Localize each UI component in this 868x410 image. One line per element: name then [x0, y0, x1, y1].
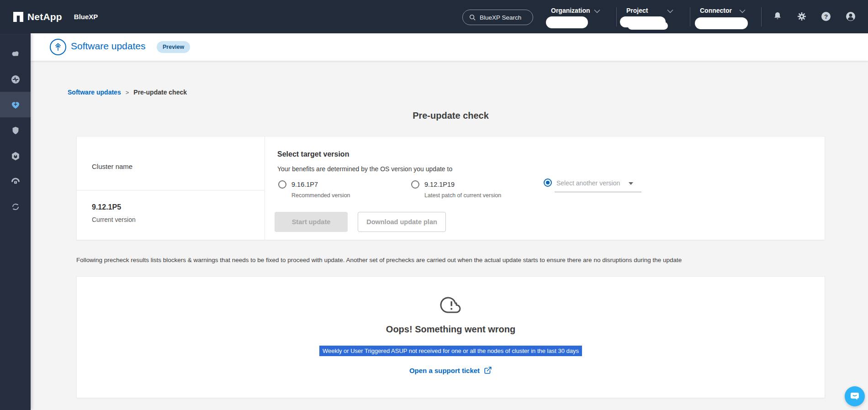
wrench-nut-icon	[10, 151, 21, 162]
bluexp-app: NetApp BlueXP BlueXP Search Organization…	[0, 0, 868, 410]
header-divider	[616, 7, 617, 26]
account-icon[interactable]	[845, 11, 856, 22]
breadcrumb: Software updates > Pre-update check	[68, 89, 187, 96]
header-divider	[690, 7, 690, 26]
bell-icon[interactable]	[772, 11, 783, 22]
search-icon	[469, 14, 476, 21]
chat-launcher-button[interactable]	[845, 386, 865, 406]
error-title: Oops! Something went wrong	[386, 324, 515, 335]
chat-bubble-icon	[849, 390, 861, 402]
select-another-version-dropdown[interactable]: Select another version	[556, 179, 620, 187]
select-target-version-subtitle: Your benefits are determined by the OS v…	[277, 165, 452, 173]
recommended-version-value: 9.16.1P7	[291, 181, 318, 188]
error-message-highlighted: Weekly or User Triggered ASUP not receiv…	[319, 346, 582, 356]
secure-cloud-icon	[10, 176, 21, 187]
chevron-down-icon	[667, 9, 673, 13]
select-target-version-title: Select target version	[277, 150, 349, 158]
start-update-button[interactable]: Start update	[275, 212, 348, 232]
brand: NetApp BlueXP	[13, 0, 98, 33]
cluster-name-label: Cluster name	[92, 163, 132, 170]
gear-icon[interactable]	[796, 11, 807, 22]
dropdown-caret-icon	[629, 182, 633, 185]
pre-update-check-title: Pre-update check	[76, 110, 825, 121]
precheck-error-card: Oops! Something went wrong Weekly or Use…	[76, 276, 825, 398]
divider	[77, 190, 265, 190]
product-name: BlueXP	[74, 13, 98, 21]
help-icon[interactable]: ?	[820, 11, 831, 22]
radio-latest-patch-version[interactable]	[411, 180, 419, 189]
project-label: Project	[626, 7, 648, 14]
open-support-ticket-link[interactable]: Open a support ticket	[409, 366, 492, 374]
sync-arrows-icon	[11, 202, 21, 212]
organization-label: Organization	[551, 7, 590, 14]
sidebar-item-cloud-storage[interactable]	[0, 41, 31, 67]
svg-text:?: ?	[824, 13, 828, 20]
breadcrumb-current: Pre-update check	[133, 89, 187, 96]
cloud-error-icon	[440, 295, 462, 315]
version-option-custom[interactable]: Select another version	[77, 137, 825, 145]
cloud-storage-icon	[10, 48, 21, 59]
sidebar-item-wrench-nut-operations[interactable]	[0, 143, 31, 169]
page-title: Software updates	[71, 41, 145, 52]
latest-patch-version-value: 9.12.1P19	[424, 181, 455, 188]
sidebar-item-shield-protection[interactable]	[0, 118, 31, 143]
health-monitor-icon	[10, 74, 21, 85]
breadcrumb-separator: >	[126, 89, 129, 96]
chevron-down-icon	[739, 9, 746, 13]
precheck-note: Following precheck results lists blocker…	[76, 257, 682, 263]
sidebar-item-software-updates[interactable]	[0, 92, 31, 117]
sidebar-item-secure-cloud[interactable]	[0, 168, 31, 194]
divider	[265, 137, 265, 240]
support-link-label: Open a support ticket	[409, 367, 480, 374]
header-divider	[761, 7, 762, 26]
brand-name: NetApp	[27, 11, 62, 22]
current-version-value: 9.12.1P5	[92, 203, 121, 211]
sidebar-item-sync[interactable]	[0, 194, 31, 220]
redacted-project-value	[628, 22, 668, 30]
search-input[interactable]: BlueXP Search	[462, 10, 533, 25]
page-header: Software updates Preview	[31, 33, 868, 61]
netapp-logo-icon	[13, 12, 23, 22]
chevron-down-icon	[594, 9, 600, 13]
current-version-label: Current version	[92, 216, 136, 223]
dropdown-underline	[555, 192, 641, 192]
sidebar	[0, 33, 31, 410]
update-selection-card: Cluster name 9.12.1P5 Current version Se…	[76, 136, 825, 240]
breadcrumb-link-software-updates[interactable]: Software updates	[68, 89, 121, 96]
software-updates-page-icon[interactable]	[50, 39, 66, 55]
radio-select-another-version[interactable]	[544, 179, 552, 187]
radio-recommended-version[interactable]	[278, 180, 286, 189]
redacted-organization-value	[546, 16, 588, 28]
connector-label: Connector	[700, 7, 732, 14]
search-placeholder: BlueXP Search	[480, 14, 521, 21]
software-updates-heart-icon	[10, 99, 21, 110]
sidebar-item-health-monitor[interactable]	[0, 67, 31, 92]
download-update-plan-button[interactable]: Download update plan	[358, 212, 446, 232]
latest-patch-version-desc: Latest patch of current version	[424, 192, 501, 199]
external-link-icon	[484, 366, 492, 374]
upgrade-arrow-icon	[53, 42, 63, 52]
preview-badge: Preview	[157, 41, 190, 53]
shield-protection-icon	[11, 126, 21, 136]
top-header: NetApp BlueXP BlueXP Search Organization…	[0, 0, 868, 33]
redacted-connector-value	[695, 17, 748, 29]
recommended-version-desc: Recommended version	[291, 192, 350, 199]
